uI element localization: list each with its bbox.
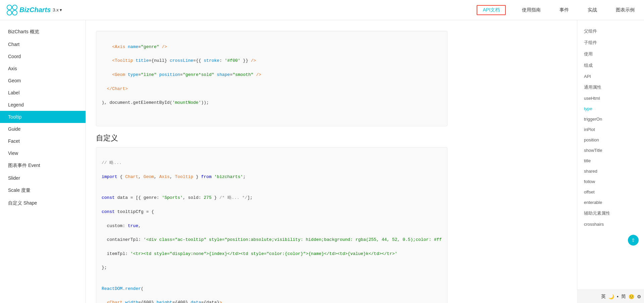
right-sidebar: 父组件 子组件 使用 组成 API 通用属性 useHtml type trig… [577, 20, 644, 303]
toolbar-emoji[interactable]: 🙂 [629, 294, 634, 299]
sidebar-item-coord[interactable]: Coord [0, 50, 86, 62]
right-item-position[interactable]: position [577, 135, 644, 145]
nav-usage-guide[interactable]: 使用指南 [519, 6, 543, 14]
sidebar-item-legend[interactable]: Legend [0, 99, 86, 111]
right-item-aux-props[interactable]: 辅助元素属性 [577, 208, 644, 219]
nav-chart-examples[interactable]: 图表示例 [613, 6, 637, 14]
nav-api-docs[interactable]: API文档 [477, 5, 506, 15]
right-item-child-component[interactable]: 子组件 [577, 37, 644, 48]
right-item-usage[interactable]: 使用 [577, 48, 644, 60]
right-item-offset[interactable]: offset [577, 187, 644, 197]
sidebar-item-tooltip[interactable]: Tooltip [0, 111, 86, 123]
right-item-triggeron[interactable]: triggerOn [577, 114, 644, 124]
toolbar-dot[interactable]: • [617, 294, 619, 299]
layout: BizCharts 概览 Chart Coord Axis Geom Label… [0, 0, 644, 303]
toolbar-moon[interactable]: 🌙 [608, 294, 614, 299]
sidebar-item-label[interactable]: Label [0, 87, 86, 99]
svg-point-3 [12, 10, 17, 15]
svg-point-2 [7, 10, 12, 15]
right-item-type[interactable]: type [577, 103, 644, 114]
sidebar-item-event[interactable]: 图表事件 Event [0, 159, 86, 172]
toolbar-settings[interactable]: ⚙ [637, 294, 641, 299]
sidebar-item-axis[interactable]: Axis [0, 62, 86, 75]
scroll-to-top-button[interactable]: ⇧ [628, 235, 639, 246]
toolbar-en[interactable]: 英 [601, 294, 606, 300]
right-item-title[interactable]: title [577, 156, 644, 166]
sidebar-item-view[interactable]: View [0, 147, 86, 159]
main-content: <Axis name="genre" /> <Tooltip title={nu… [86, 20, 458, 303]
nav-links: API文档 使用指南 事件 实战 图表示例 [477, 5, 637, 15]
right-item-inplot[interactable]: inPlot [577, 124, 644, 135]
sidebar-item-slider[interactable]: Slider [0, 172, 86, 184]
right-item-follow[interactable]: follow [577, 176, 644, 187]
sidebar-item-scale[interactable]: Scale 度量 [0, 184, 86, 197]
nav-events[interactable]: 事件 [557, 6, 572, 14]
sidebar-item-facet[interactable]: Facet [0, 135, 86, 147]
right-item-usehtml[interactable]: useHtml [577, 93, 644, 103]
logo[interactable]: BizCharts 3.x ▾ [7, 5, 62, 15]
sidebar-item-bizchart-overview[interactable]: BizCharts 概览 [0, 26, 86, 38]
logo-version: 3.x ▾ [53, 7, 62, 12]
code-block-2[interactable]: // 略... import { Chart, Geom, Axis, Tool… [96, 147, 447, 303]
right-item-api[interactable]: API [577, 71, 644, 82]
right-item-parent-component[interactable]: 父组件 [577, 26, 644, 37]
nav-practice[interactable]: 实战 [585, 6, 600, 14]
right-item-showtitle[interactable]: showTitle [577, 145, 644, 156]
logo-text: BizCharts [19, 6, 51, 14]
top-nav: BizCharts 3.x ▾ API文档 使用指南 事件 实战 图表示例 [0, 0, 644, 20]
left-sidebar: BizCharts 概览 Chart Coord Axis Geom Label… [0, 20, 86, 303]
bottom-toolbar: 英 🌙 • 简 🙂 ⚙ [577, 290, 644, 303]
code-block-1[interactable]: <Axis name="genre" /> <Tooltip title={nu… [96, 31, 447, 126]
right-item-crosshairs[interactable]: crosshairs [577, 219, 644, 229]
right-item-shared[interactable]: shared [577, 166, 644, 176]
sidebar-item-custom-shape[interactable]: 自定义 Shape [0, 197, 86, 210]
section-title-custom: 自定义 [96, 133, 447, 143]
sidebar-item-chart[interactable]: Chart [0, 38, 86, 50]
svg-point-1 [12, 5, 17, 10]
sidebar-item-guide[interactable]: Guide [0, 123, 86, 135]
svg-point-0 [7, 5, 12, 10]
right-item-enterable[interactable]: enterable [577, 197, 644, 208]
toolbar-simplified[interactable]: 简 [621, 294, 626, 300]
sidebar-item-geom[interactable]: Geom [0, 75, 86, 87]
right-item-common-props[interactable]: 通用属性 [577, 82, 644, 93]
logo-icon [7, 5, 17, 15]
right-item-composition[interactable]: 组成 [577, 60, 644, 71]
